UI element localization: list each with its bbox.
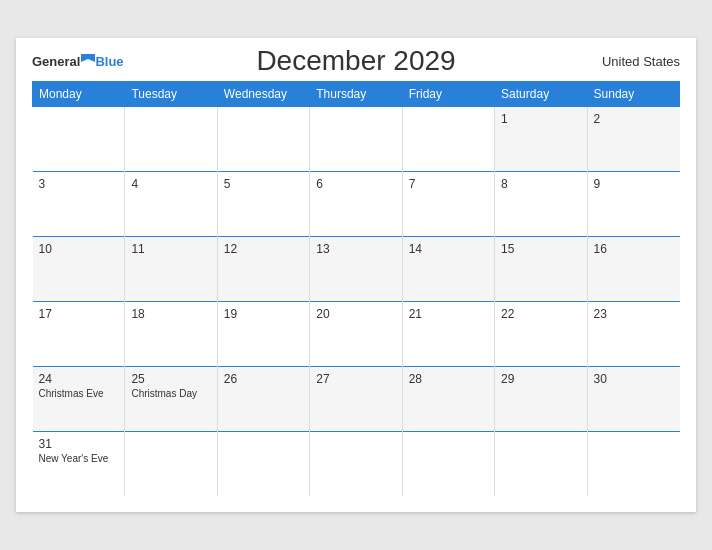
calendar-container: General Blue December 2029 United States… <box>16 38 696 513</box>
calendar-cell: 11 <box>125 236 217 301</box>
calendar-row: 10111213141516 <box>33 236 680 301</box>
calendar-cell: 16 <box>587 236 679 301</box>
calendar-cell: 17 <box>33 301 125 366</box>
calendar-cell: 9 <box>587 171 679 236</box>
logo-blue-text: Blue <box>95 54 123 69</box>
calendar-cell: 3 <box>33 171 125 236</box>
calendar-cell <box>587 431 679 496</box>
event-label: Christmas Day <box>131 388 210 399</box>
event-label: Christmas Eve <box>39 388 119 399</box>
calendar-cell: 13 <box>310 236 402 301</box>
day-number: 15 <box>501 242 580 256</box>
logo-general-text: General <box>32 54 80 69</box>
calendar-cell: 29 <box>495 366 587 431</box>
column-header-thursday: Thursday <box>310 81 402 106</box>
day-number: 21 <box>409 307 488 321</box>
calendar-cell <box>495 431 587 496</box>
column-header-saturday: Saturday <box>495 81 587 106</box>
day-number: 24 <box>39 372 119 386</box>
event-label: New Year's Eve <box>39 453 119 464</box>
day-number: 18 <box>131 307 210 321</box>
day-number: 3 <box>39 177 119 191</box>
calendar-row: 17181920212223 <box>33 301 680 366</box>
calendar-cell: 26 <box>217 366 309 431</box>
calendar-cell: 18 <box>125 301 217 366</box>
calendar-row: 24Christmas Eve25Christmas Day2627282930 <box>33 366 680 431</box>
day-number: 6 <box>316 177 395 191</box>
day-number: 22 <box>501 307 580 321</box>
column-header-monday: Monday <box>33 81 125 106</box>
day-number: 30 <box>594 372 674 386</box>
day-number: 20 <box>316 307 395 321</box>
calendar-cell: 15 <box>495 236 587 301</box>
calendar-cell: 4 <box>125 171 217 236</box>
day-number: 19 <box>224 307 303 321</box>
calendar-cell: 22 <box>495 301 587 366</box>
calendar-cell: 5 <box>217 171 309 236</box>
calendar-cell <box>217 431 309 496</box>
calendar-cell <box>125 106 217 171</box>
calendar-table: MondayTuesdayWednesdayThursdayFridaySatu… <box>32 81 680 497</box>
calendar-cell: 14 <box>402 236 494 301</box>
calendar-cell: 8 <box>495 171 587 236</box>
day-number: 11 <box>131 242 210 256</box>
day-number: 12 <box>224 242 303 256</box>
day-number: 10 <box>39 242 119 256</box>
calendar-cell: 10 <box>33 236 125 301</box>
calendar-cell <box>402 431 494 496</box>
calendar-cell: 31New Year's Eve <box>33 431 125 496</box>
column-header-friday: Friday <box>402 81 494 106</box>
logo-flag-icon <box>81 54 95 68</box>
day-number: 4 <box>131 177 210 191</box>
calendar-cell <box>33 106 125 171</box>
calendar-header: General Blue December 2029 United States <box>32 54 680 69</box>
day-number: 23 <box>594 307 674 321</box>
calendar-cell: 23 <box>587 301 679 366</box>
day-number: 9 <box>594 177 674 191</box>
day-number: 1 <box>501 112 580 126</box>
calendar-cell: 21 <box>402 301 494 366</box>
calendar-header-row: MondayTuesdayWednesdayThursdayFridaySatu… <box>33 81 680 106</box>
day-number: 16 <box>594 242 674 256</box>
day-number: 27 <box>316 372 395 386</box>
day-number: 7 <box>409 177 488 191</box>
svg-marker-0 <box>81 54 95 62</box>
logo: General Blue <box>32 54 124 69</box>
calendar-cell <box>217 106 309 171</box>
column-header-tuesday: Tuesday <box>125 81 217 106</box>
day-number: 26 <box>224 372 303 386</box>
calendar-cell <box>310 106 402 171</box>
calendar-cell <box>125 431 217 496</box>
country-label: United States <box>602 54 680 69</box>
day-number: 13 <box>316 242 395 256</box>
calendar-cell: 7 <box>402 171 494 236</box>
calendar-cell: 19 <box>217 301 309 366</box>
calendar-title: December 2029 <box>256 45 455 77</box>
calendar-cell <box>310 431 402 496</box>
calendar-cell: 12 <box>217 236 309 301</box>
calendar-row: 3456789 <box>33 171 680 236</box>
calendar-cell: 2 <box>587 106 679 171</box>
day-number: 29 <box>501 372 580 386</box>
day-number: 5 <box>224 177 303 191</box>
column-header-sunday: Sunday <box>587 81 679 106</box>
calendar-cell: 25Christmas Day <box>125 366 217 431</box>
calendar-row: 31New Year's Eve <box>33 431 680 496</box>
column-header-wednesday: Wednesday <box>217 81 309 106</box>
calendar-cell: 1 <box>495 106 587 171</box>
day-number: 2 <box>594 112 674 126</box>
calendar-cell: 20 <box>310 301 402 366</box>
calendar-cell: 27 <box>310 366 402 431</box>
day-number: 14 <box>409 242 488 256</box>
day-number: 31 <box>39 437 119 451</box>
calendar-row: 12 <box>33 106 680 171</box>
day-number: 17 <box>39 307 119 321</box>
calendar-cell: 30 <box>587 366 679 431</box>
calendar-cell: 24Christmas Eve <box>33 366 125 431</box>
day-number: 8 <box>501 177 580 191</box>
calendar-cell <box>402 106 494 171</box>
calendar-cell: 6 <box>310 171 402 236</box>
day-number: 25 <box>131 372 210 386</box>
calendar-cell: 28 <box>402 366 494 431</box>
day-number: 28 <box>409 372 488 386</box>
